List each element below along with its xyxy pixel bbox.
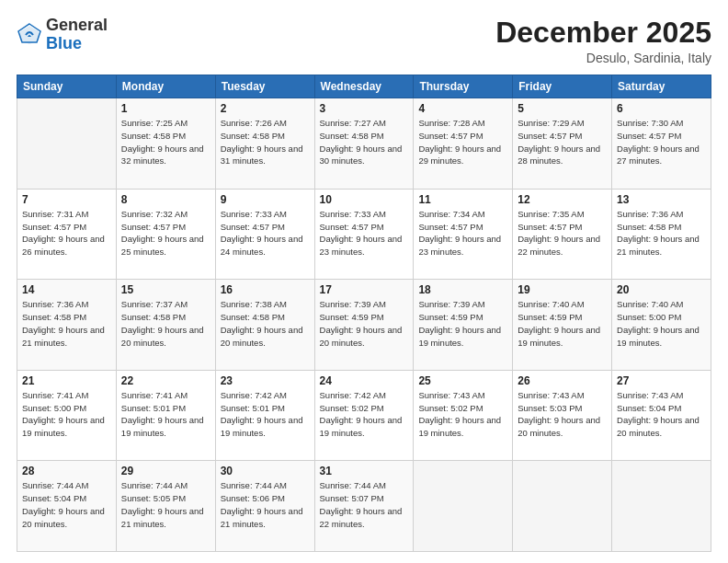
day-number: 26 <box>518 374 607 387</box>
day-info: Sunrise: 7:36 AMSunset: 4:58 PMDaylight:… <box>22 298 111 349</box>
day-info: Sunrise: 7:26 AMSunset: 4:58 PMDaylight:… <box>221 117 310 167</box>
header-thursday: Thursday <box>414 75 513 98</box>
day-cell: 16Sunrise: 7:38 AMSunset: 4:58 PMDayligh… <box>215 280 314 371</box>
day-number: 13 <box>617 193 706 206</box>
day-number: 10 <box>320 193 409 206</box>
weekday-header-row: Sunday Monday Tuesday Wednesday Thursday… <box>17 75 711 98</box>
day-info: Sunrise: 7:30 AMSunset: 4:57 PMDaylight:… <box>617 117 706 167</box>
day-info: Sunrise: 7:41 AMSunset: 5:00 PMDaylight:… <box>22 389 111 440</box>
day-info: Sunrise: 7:31 AMSunset: 4:57 PMDaylight:… <box>22 208 111 259</box>
day-cell: 8Sunrise: 7:32 AMSunset: 4:57 PMDaylight… <box>116 189 215 280</box>
day-cell: 30Sunrise: 7:44 AMSunset: 5:06 PMDayligh… <box>215 461 314 552</box>
day-info: Sunrise: 7:43 AMSunset: 5:04 PMDaylight:… <box>617 389 706 440</box>
day-cell: 4Sunrise: 7:28 AMSunset: 4:57 PMDaylight… <box>414 98 513 190</box>
day-number: 6 <box>617 102 706 115</box>
day-info: Sunrise: 7:39 AMSunset: 4:59 PMDaylight:… <box>320 298 409 349</box>
day-number: 5 <box>518 102 607 115</box>
day-cell: 18Sunrise: 7:39 AMSunset: 4:59 PMDayligh… <box>414 280 513 371</box>
day-info: Sunrise: 7:44 AMSunset: 5:07 PMDaylight:… <box>320 479 409 530</box>
day-number: 27 <box>617 374 706 387</box>
logo-text: General Blue <box>46 17 108 53</box>
day-cell: 5Sunrise: 7:29 AMSunset: 4:57 PMDaylight… <box>513 98 612 190</box>
day-cell: 23Sunrise: 7:42 AMSunset: 5:01 PMDayligh… <box>215 370 314 461</box>
day-info: Sunrise: 7:34 AMSunset: 4:57 PMDaylight:… <box>418 208 507 259</box>
day-number: 29 <box>121 465 210 477</box>
month-title: December 2025 <box>495 17 711 49</box>
day-info: Sunrise: 7:44 AMSunset: 5:06 PMDaylight:… <box>221 479 310 530</box>
day-cell: 19Sunrise: 7:40 AMSunset: 4:59 PMDayligh… <box>513 280 612 371</box>
day-cell: 9Sunrise: 7:33 AMSunset: 4:57 PMDaylight… <box>215 189 314 280</box>
day-cell: 11Sunrise: 7:34 AMSunset: 4:57 PMDayligh… <box>414 189 513 280</box>
header-monday: Monday <box>116 75 215 98</box>
day-number: 21 <box>22 374 111 387</box>
day-number: 30 <box>221 465 310 477</box>
day-info: Sunrise: 7:33 AMSunset: 4:57 PMDaylight:… <box>221 208 310 259</box>
day-number: 15 <box>121 283 210 296</box>
day-cell: 15Sunrise: 7:37 AMSunset: 4:58 PMDayligh… <box>116 280 215 371</box>
day-cell: 2Sunrise: 7:26 AMSunset: 4:58 PMDaylight… <box>215 98 314 190</box>
page: General Blue December 2025 Desulo, Sardi… <box>0 0 728 563</box>
day-cell: 25Sunrise: 7:43 AMSunset: 5:02 PMDayligh… <box>414 370 513 461</box>
day-number: 23 <box>221 374 310 387</box>
day-cell: 14Sunrise: 7:36 AMSunset: 4:58 PMDayligh… <box>17 280 117 371</box>
day-info: Sunrise: 7:41 AMSunset: 5:01 PMDaylight:… <box>121 389 210 440</box>
day-info: Sunrise: 7:42 AMSunset: 5:01 PMDaylight:… <box>221 389 310 440</box>
day-number: 25 <box>418 374 507 387</box>
day-info: Sunrise: 7:28 AMSunset: 4:57 PMDaylight:… <box>418 117 507 167</box>
day-cell <box>612 461 711 552</box>
day-number: 24 <box>320 374 409 387</box>
day-number: 1 <box>121 102 210 115</box>
day-number: 3 <box>320 102 409 115</box>
day-cell: 26Sunrise: 7:43 AMSunset: 5:03 PMDayligh… <box>513 370 612 461</box>
day-cell: 28Sunrise: 7:44 AMSunset: 5:04 PMDayligh… <box>17 461 117 552</box>
day-number: 12 <box>518 193 607 206</box>
header-wednesday: Wednesday <box>314 75 414 98</box>
day-number: 31 <box>320 465 409 477</box>
day-cell: 24Sunrise: 7:42 AMSunset: 5:02 PMDayligh… <box>314 370 414 461</box>
day-cell <box>513 461 612 552</box>
day-cell: 6Sunrise: 7:30 AMSunset: 4:57 PMDaylight… <box>612 98 711 190</box>
week-row-2: 7Sunrise: 7:31 AMSunset: 4:57 PMDaylight… <box>17 189 711 280</box>
day-cell <box>414 461 513 552</box>
title-block: December 2025 Desulo, Sardinia, Italy <box>495 17 711 65</box>
day-cell: 21Sunrise: 7:41 AMSunset: 5:00 PMDayligh… <box>17 370 117 461</box>
day-cell: 12Sunrise: 7:35 AMSunset: 4:57 PMDayligh… <box>513 189 612 280</box>
day-info: Sunrise: 7:32 AMSunset: 4:57 PMDaylight:… <box>121 208 210 259</box>
day-info: Sunrise: 7:40 AMSunset: 4:59 PMDaylight:… <box>518 298 607 349</box>
day-info: Sunrise: 7:40 AMSunset: 5:00 PMDaylight:… <box>617 298 706 349</box>
day-cell: 29Sunrise: 7:44 AMSunset: 5:05 PMDayligh… <box>116 461 215 552</box>
day-number: 20 <box>617 283 706 296</box>
day-number: 19 <box>518 283 607 296</box>
day-cell: 17Sunrise: 7:39 AMSunset: 4:59 PMDayligh… <box>314 280 414 371</box>
header: General Blue December 2025 Desulo, Sardi… <box>17 17 711 65</box>
week-row-4: 21Sunrise: 7:41 AMSunset: 5:00 PMDayligh… <box>17 370 711 461</box>
day-cell: 20Sunrise: 7:40 AMSunset: 5:00 PMDayligh… <box>612 280 711 371</box>
location: Desulo, Sardinia, Italy <box>495 51 711 65</box>
day-info: Sunrise: 7:33 AMSunset: 4:57 PMDaylight:… <box>320 208 409 259</box>
day-cell: 31Sunrise: 7:44 AMSunset: 5:07 PMDayligh… <box>314 461 414 552</box>
header-saturday: Saturday <box>612 75 711 98</box>
logo: General Blue <box>17 17 108 53</box>
day-number: 22 <box>121 374 210 387</box>
week-row-1: 1Sunrise: 7:25 AMSunset: 4:58 PMDaylight… <box>17 98 711 190</box>
day-cell: 7Sunrise: 7:31 AMSunset: 4:57 PMDaylight… <box>17 189 117 280</box>
header-tuesday: Tuesday <box>215 75 314 98</box>
day-info: Sunrise: 7:42 AMSunset: 5:02 PMDaylight:… <box>320 389 409 440</box>
logo-general: General <box>46 16 108 34</box>
day-number: 14 <box>22 283 111 296</box>
day-number: 16 <box>221 283 310 296</box>
day-cell: 1Sunrise: 7:25 AMSunset: 4:58 PMDaylight… <box>116 98 215 190</box>
day-number: 7 <box>22 193 111 206</box>
day-cell: 10Sunrise: 7:33 AMSunset: 4:57 PMDayligh… <box>314 189 414 280</box>
day-number: 2 <box>221 102 310 115</box>
day-info: Sunrise: 7:36 AMSunset: 4:58 PMDaylight:… <box>617 208 706 259</box>
day-info: Sunrise: 7:27 AMSunset: 4:58 PMDaylight:… <box>320 117 409 167</box>
day-number: 4 <box>418 102 507 115</box>
header-friday: Friday <box>513 75 612 98</box>
day-info: Sunrise: 7:25 AMSunset: 4:58 PMDaylight:… <box>121 117 210 167</box>
week-row-3: 14Sunrise: 7:36 AMSunset: 4:58 PMDayligh… <box>17 280 711 371</box>
day-number: 18 <box>418 283 507 296</box>
day-cell: 13Sunrise: 7:36 AMSunset: 4:58 PMDayligh… <box>612 189 711 280</box>
day-number: 11 <box>418 193 507 206</box>
day-info: Sunrise: 7:44 AMSunset: 5:05 PMDaylight:… <box>121 479 210 530</box>
